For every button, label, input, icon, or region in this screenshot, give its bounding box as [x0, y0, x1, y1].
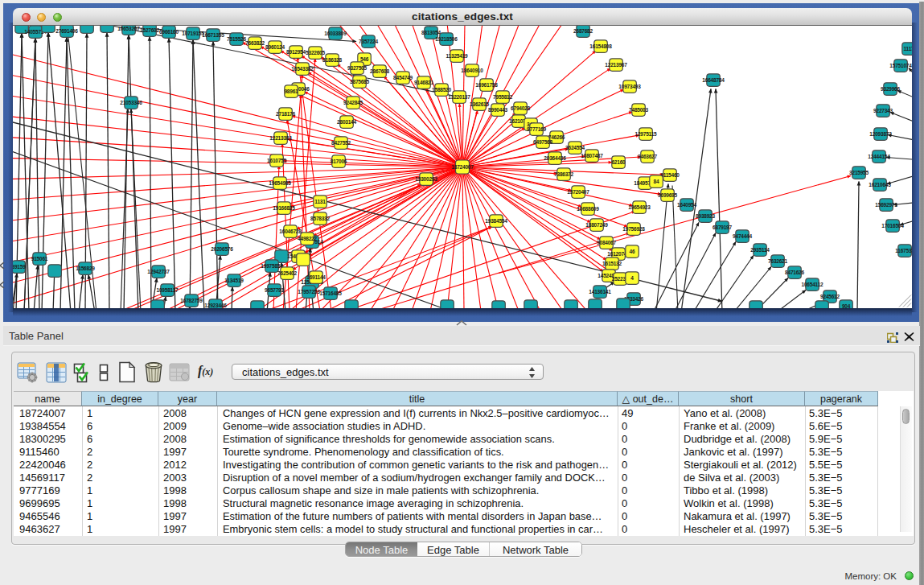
svg-text:8578332: 8578332	[310, 215, 330, 220]
svg-text:15716485: 15716485	[319, 290, 342, 295]
svg-text:15720407: 15720407	[567, 188, 589, 194]
svg-text:9115460: 9115460	[660, 171, 680, 177]
svg-text:1117: 1117	[904, 45, 912, 51]
svg-text:817006: 817006	[331, 158, 347, 163]
svg-text:8960124: 8960124	[265, 43, 285, 49]
svg-text:915061: 915061	[31, 255, 48, 261]
svg-text:16154808: 16154808	[589, 43, 612, 48]
svg-text:16210643: 16210643	[869, 181, 891, 187]
svg-text:18640910: 18640910	[461, 67, 483, 72]
svg-text:9146821: 9146821	[414, 79, 433, 84]
svg-text:19654923: 19654923	[628, 204, 651, 209]
svg-text:1134519: 1134519	[224, 277, 244, 282]
svg-text:39159: 39159	[13, 263, 26, 269]
svg-text:6794028: 6794028	[511, 105, 530, 110]
svg-text:10807487: 10807487	[581, 152, 603, 158]
svg-text:2867608: 2867608	[370, 68, 389, 73]
svg-text:7515526: 7515526	[227, 35, 246, 41]
svg-text:2687682: 2687682	[573, 27, 593, 33]
svg-text:46: 46	[630, 248, 635, 253]
svg-text:5322605: 5322605	[306, 49, 325, 55]
svg-text:9245612: 9245612	[820, 293, 840, 299]
svg-text:3624554: 3624554	[565, 144, 585, 150]
svg-text:18807249: 18807249	[585, 221, 608, 227]
svg-text:16648784: 16648784	[702, 76, 725, 82]
svg-text:7955812: 7955812	[493, 93, 512, 99]
svg-text:12444154: 12444154	[868, 153, 890, 159]
svg-text:21053346: 21053346	[120, 99, 142, 105]
svg-text:98961: 98961	[284, 88, 298, 93]
svg-text:16046728: 16046728	[279, 228, 302, 233]
svg-text:19384554: 19384554	[485, 217, 507, 223]
svg-text:4: 4	[630, 274, 634, 280]
svg-text:3875685: 3875685	[350, 78, 369, 84]
svg-text:19756928: 19756928	[622, 225, 645, 231]
svg-text:12942737: 12942737	[147, 268, 170, 274]
svg-text:7663822: 7663822	[245, 39, 265, 45]
svg-text:15300293: 15300293	[415, 175, 437, 181]
svg-text:7357224: 7357224	[359, 38, 378, 43]
svg-text:16782759: 16782759	[180, 297, 203, 303]
svg-text:9657791: 9657791	[265, 286, 284, 292]
svg-text:16543382: 16543382	[291, 65, 314, 71]
svg-text:7386372: 7386372	[554, 171, 573, 176]
svg-text:9463627: 9463627	[638, 153, 657, 159]
svg-text:8427552: 8427552	[331, 139, 351, 145]
svg-text:7625402: 7625402	[277, 270, 297, 275]
svg-text:6966160: 6966160	[159, 28, 179, 34]
svg-text:2935114: 2935114	[750, 246, 770, 252]
svg-text:8454749: 8454749	[393, 74, 413, 80]
svg-text:16671355: 16671355	[202, 31, 224, 37]
svg-text:12975115: 12975115	[635, 130, 658, 136]
svg-text:546: 546	[360, 56, 369, 61]
svg-text:10654112: 10654112	[802, 281, 824, 286]
svg-text:19218506: 19218506	[435, 35, 458, 41]
svg-text:12923446: 12923446	[204, 302, 227, 307]
svg-text:1167533: 1167533	[895, 247, 912, 253]
svg-text:20364436: 20364436	[544, 154, 566, 160]
svg-text:1527602: 1527602	[140, 27, 159, 32]
svg-text:12093872: 12093872	[869, 130, 892, 136]
svg-text:12213383: 12213383	[269, 134, 292, 140]
svg-text:1588520: 1588520	[432, 86, 451, 92]
svg-text:15692971: 15692971	[875, 201, 897, 207]
svg-text:1156829: 1156829	[76, 265, 95, 270]
svg-text:2718176: 2718176	[276, 110, 295, 116]
svg-text:7632621: 7632621	[768, 257, 787, 263]
svg-text:27691406: 27691406	[55, 27, 78, 33]
svg-text:84: 84	[654, 178, 659, 183]
svg-text:6497568: 6497568	[533, 138, 552, 144]
svg-text:7485003: 7485003	[629, 106, 648, 112]
svg-text:12213967: 12213967	[605, 61, 627, 67]
svg-text:1131: 1131	[314, 198, 326, 204]
svg-text:14136141: 14136141	[589, 288, 611, 294]
svg-text:3215955: 3215955	[849, 169, 869, 175]
svg-text:10973493: 10973493	[618, 83, 641, 89]
svg-text:1691144: 1691144	[306, 274, 326, 279]
svg-text:8912954: 8912954	[286, 48, 306, 54]
svg-text:18724007: 18724007	[451, 163, 474, 169]
svg-text:16033809: 16033809	[324, 30, 347, 35]
svg-text:10958117: 10958117	[157, 286, 179, 292]
svg-text:9327505: 9327505	[347, 64, 367, 70]
svg-text:10653267: 10653267	[117, 26, 140, 31]
svg-text:17016504: 17016504	[881, 222, 904, 228]
svg-text:8938923: 8938923	[696, 212, 715, 218]
svg-text:19975857: 19975857	[261, 262, 283, 268]
svg-text:1615132: 1615132	[602, 260, 622, 266]
svg-text:62160: 62160	[611, 159, 626, 164]
svg-text:9474444: 9474444	[733, 233, 752, 238]
svg-text:11325419: 11325419	[446, 52, 469, 58]
svg-text:16961758: 16961758	[475, 81, 498, 87]
svg-text:1362615: 1362615	[470, 101, 489, 106]
svg-text:8990443: 8990443	[488, 106, 507, 112]
svg-text:1610755: 1610755	[267, 157, 286, 163]
svg-text:10688609: 10688609	[577, 205, 599, 211]
svg-text:8813054: 8813054	[421, 29, 441, 35]
svg-text:6879197: 6879197	[713, 224, 732, 229]
svg-text:17957253: 17957253	[298, 288, 320, 294]
svg-text:1640954: 1640954	[677, 201, 696, 207]
svg-text:4498222: 4498222	[298, 235, 317, 241]
svg-text:19166825: 19166825	[273, 204, 295, 210]
svg-text:15751074: 15751074	[889, 62, 912, 68]
